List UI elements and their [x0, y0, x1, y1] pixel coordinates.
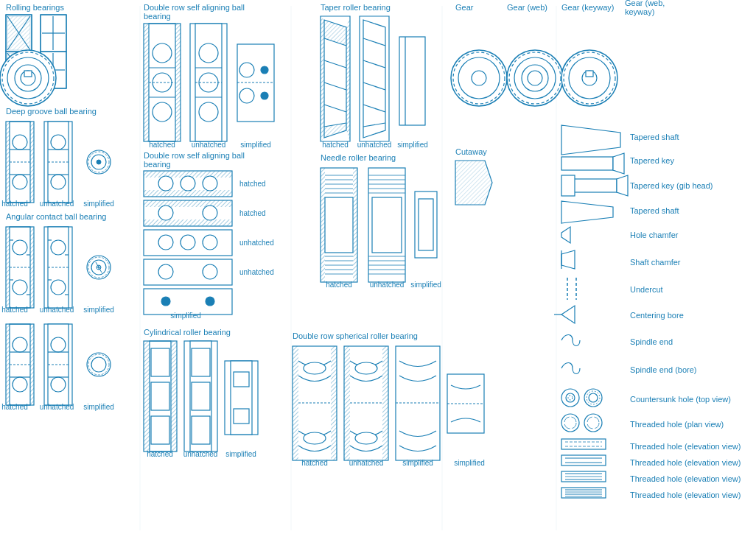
- svg-rect-166: [192, 382, 210, 410]
- svg-text:simplified: simplified: [410, 281, 441, 289]
- svg-rect-320: [561, 455, 606, 466]
- svg-point-89: [51, 377, 66, 392]
- svg-text:Gear (web): Gear (web): [507, 3, 547, 12]
- svg-rect-137: [144, 200, 232, 207]
- svg-marker-179: [346, 16, 350, 141]
- svg-point-112: [199, 43, 218, 63]
- svg-rect-147: [144, 259, 232, 285]
- svg-rect-161: [151, 382, 169, 410]
- svg-text:Needle roller bearing: Needle roller bearing: [321, 153, 396, 162]
- svg-text:Double row self aligning ball: Double row self aligning ball: [144, 151, 245, 160]
- svg-text:hatched: hatched: [301, 459, 328, 467]
- svg-text:simplified: simplified: [83, 200, 114, 208]
- svg-text:simplified: simplified: [454, 459, 485, 467]
- svg-point-133: [181, 176, 195, 191]
- svg-text:unhatched: unhatched: [370, 281, 405, 289]
- svg-text:Threaded hole (plan view): Threaded hole (plan view): [630, 420, 724, 429]
- svg-text:Cutaway: Cutaway: [455, 147, 487, 156]
- svg-text:simplified: simplified: [170, 312, 201, 320]
- svg-point-34: [51, 135, 66, 150]
- svg-text:hatched: hatched: [149, 141, 175, 149]
- svg-point-119: [239, 63, 254, 77]
- svg-rect-138: [144, 219, 232, 226]
- svg-point-26: [13, 135, 27, 150]
- svg-point-132: [158, 176, 173, 191]
- svg-rect-33: [48, 122, 69, 203]
- svg-rect-275: [24, 71, 32, 77]
- svg-point-264: [528, 71, 542, 85]
- svg-rect-77: [6, 324, 10, 405]
- svg-rect-285: [569, 179, 617, 192]
- svg-text:Spindle end: Spindle end: [630, 337, 673, 346]
- svg-text:Centering bore: Centering bore: [630, 311, 684, 320]
- svg-marker-283: [613, 153, 624, 174]
- svg-rect-234: [331, 346, 337, 460]
- svg-point-53: [13, 280, 27, 295]
- svg-rect-59: [48, 227, 69, 308]
- svg-text:simplified: simplified: [83, 306, 114, 314]
- svg-text:Spindle end (bore): Spindle end (bore): [630, 365, 697, 374]
- svg-rect-23: [10, 122, 30, 203]
- svg-point-311: [561, 414, 579, 432]
- svg-rect-239: [344, 346, 350, 460]
- svg-text:Undercut: Undercut: [630, 285, 663, 294]
- svg-marker-289: [561, 201, 613, 223]
- svg-rect-201: [321, 168, 325, 282]
- svg-point-114: [199, 102, 218, 122]
- svg-marker-279: [455, 161, 492, 205]
- svg-rect-282: [561, 157, 613, 170]
- svg-point-122: [261, 92, 268, 99]
- svg-point-308: [589, 393, 598, 402]
- svg-point-106: [153, 102, 172, 122]
- svg-rect-233: [293, 346, 298, 460]
- svg-text:Countersunk hole (top view): Countersunk hole (top view): [630, 395, 731, 404]
- svg-point-241: [355, 362, 377, 374]
- svg-text:simplified: simplified: [397, 141, 428, 149]
- svg-text:simplified: simplified: [240, 141, 271, 149]
- svg-marker-189: [363, 20, 385, 138]
- svg-text:hatched: hatched: [147, 450, 173, 458]
- svg-text:unhatched: unhatched: [183, 450, 218, 458]
- svg-text:Taper roller bearing: Taper roller bearing: [321, 3, 391, 12]
- svg-point-236: [304, 432, 326, 444]
- svg-point-152: [161, 297, 170, 306]
- svg-text:unhatched: unhatched: [239, 239, 274, 247]
- svg-marker-186: [324, 123, 346, 138]
- svg-text:Tapered shaft: Tapered shaft: [630, 206, 679, 215]
- svg-point-139: [158, 205, 173, 220]
- svg-text:Angular contact ball bearing: Angular contact ball bearing: [6, 212, 106, 221]
- svg-rect-167: [192, 416, 210, 444]
- svg-line-183: [324, 105, 346, 112]
- svg-marker-299: [561, 306, 575, 323]
- svg-rect-87: [48, 324, 69, 405]
- svg-rect-221: [372, 197, 402, 253]
- svg-point-313: [584, 414, 602, 432]
- svg-rect-202: [353, 168, 357, 282]
- svg-point-80: [13, 337, 27, 352]
- svg-text:hatched: hatched: [1, 306, 28, 314]
- svg-text:unhatched: unhatched: [349, 459, 384, 467]
- svg-point-153: [206, 297, 214, 306]
- svg-rect-48: [30, 227, 34, 308]
- svg-text:unhatched: unhatched: [40, 306, 74, 314]
- svg-text:Deep groove ball bearing: Deep groove ball bearing: [6, 107, 97, 116]
- svg-text:simplified: simplified: [402, 459, 433, 467]
- svg-rect-158: [171, 341, 177, 452]
- svg-marker-178: [321, 16, 324, 141]
- svg-text:unhatched: unhatched: [192, 141, 226, 149]
- svg-rect-170: [234, 372, 249, 387]
- svg-text:Hole chamfer: Hole chamfer: [630, 231, 679, 239]
- svg-rect-47: [6, 227, 10, 308]
- svg-text:Tapered shaft: Tapered shaft: [630, 133, 679, 141]
- svg-point-95: [91, 357, 106, 372]
- svg-rect-151: [144, 289, 232, 315]
- svg-point-27: [13, 175, 27, 189]
- svg-text:Tapered key: Tapered key: [630, 156, 674, 165]
- svg-text:Threaded hole (elevation view): Threaded hole (elevation view): [630, 474, 741, 483]
- svg-text:Gear (web,: Gear (web,: [625, 0, 665, 7]
- svg-marker-293: [561, 250, 575, 269]
- svg-text:simplified: simplified: [83, 403, 114, 411]
- svg-marker-280: [561, 125, 620, 155]
- svg-line-182: [324, 82, 346, 90]
- svg-point-143: [158, 235, 173, 250]
